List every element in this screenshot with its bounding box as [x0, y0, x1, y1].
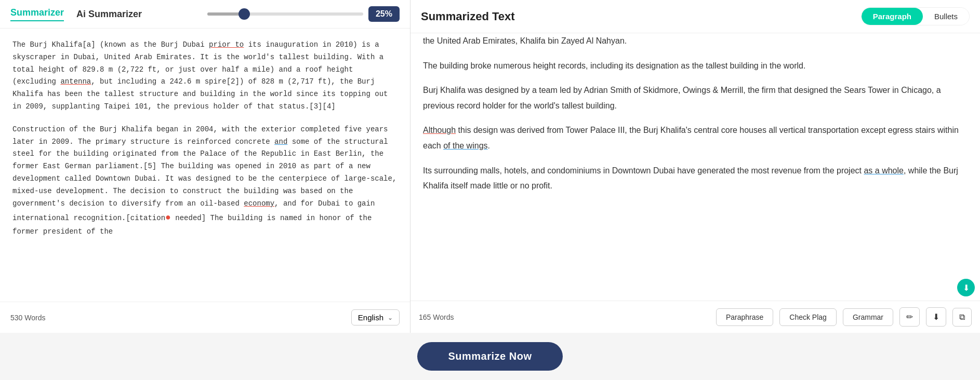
- copy-icon: ⧉: [959, 313, 965, 322]
- highlight-of-the-wings: of the wings: [443, 141, 487, 150]
- right-header: Summarized Text Paragraph Bullets: [410, 0, 980, 33]
- slider-track[interactable]: [207, 12, 363, 16]
- edit-button[interactable]: ✏: [899, 307, 920, 327]
- right-paragraph-5: Its surrounding malls, hotels, and condo…: [423, 163, 968, 194]
- right-paragraph-2: The building broke numerous height recor…: [423, 58, 968, 74]
- right-paragraph-3: Burj Khalifa was designed by a team led …: [423, 83, 968, 113]
- right-content[interactable]: the United Arab Emirates, Khalifa bin Za…: [410, 33, 980, 301]
- language-label: English: [358, 313, 383, 322]
- bottom-bar: Summarize Now: [0, 333, 980, 380]
- highlight-prior-to: prior to: [209, 40, 244, 49]
- tab-paragraph[interactable]: Paragraph: [862, 8, 923, 25]
- highlight-antenna: antenna: [60, 77, 91, 86]
- chevron-down-icon: ⌄: [388, 314, 393, 321]
- download-icon: ⬇: [933, 312, 939, 322]
- edit-icon: ✏: [906, 312, 913, 322]
- left-paragraph-1: The Burj Khalifa[a] (known as the Burj D…: [12, 39, 398, 113]
- percent-badge: 25%: [368, 6, 400, 22]
- right-panel: Summarized Text Paragraph Bullets the Un…: [410, 0, 980, 333]
- tab-group: Paragraph Bullets: [861, 7, 970, 25]
- left-panel: Summarizer Ai Summarizer 25% The Burj Kh…: [0, 0, 410, 333]
- tab-bullets[interactable]: Bullets: [923, 8, 969, 25]
- highlight-as-a-whole: as a whole: [864, 166, 904, 175]
- left-word-count: 530 Words: [10, 314, 45, 322]
- tab-ai-summarizer[interactable]: Ai Summarizer: [76, 9, 142, 20]
- download-button[interactable]: ⬇: [926, 307, 946, 327]
- summarize-now-button[interactable]: Summarize Now: [417, 342, 563, 371]
- paraphrase-button[interactable]: Paraphrase: [716, 308, 773, 326]
- slider-container: 25%: [207, 6, 400, 22]
- download-circle-icon: ⬇: [963, 283, 970, 293]
- left-content[interactable]: The Burj Khalifa[a] (known as the Burj D…: [0, 29, 410, 302]
- highlight-and: and: [274, 138, 287, 146]
- right-title: Summarized Text: [421, 10, 853, 23]
- check-plag-button[interactable]: Check Plag: [779, 308, 837, 326]
- left-footer: 530 Words English ⌄: [0, 302, 410, 333]
- right-paragraph-1: the United Arab Emirates, Khalifa bin Za…: [423, 33, 968, 49]
- tab-summarizer[interactable]: Summarizer: [10, 7, 64, 21]
- right-footer: 165 Words Paraphrase Check Plag Grammar …: [410, 301, 980, 333]
- right-paragraph-4: Although this design was derived from To…: [423, 123, 968, 153]
- language-select[interactable]: English ⌄: [351, 309, 400, 325]
- left-paragraph-2: Construction of the Burj Khalifa began i…: [12, 124, 398, 238]
- grammar-button[interactable]: Grammar: [843, 308, 893, 326]
- download-circle-button[interactable]: ⬇: [957, 279, 975, 296]
- highlight-although: Although: [423, 126, 456, 134]
- right-word-count: 165 Words: [419, 313, 454, 321]
- slider-thumb[interactable]: [239, 8, 250, 20]
- highlight-economy: economy: [244, 199, 274, 208]
- copy-button[interactable]: ⧉: [952, 308, 972, 327]
- red-dot: ●: [165, 212, 171, 223]
- left-header: Summarizer Ai Summarizer 25%: [0, 0, 410, 29]
